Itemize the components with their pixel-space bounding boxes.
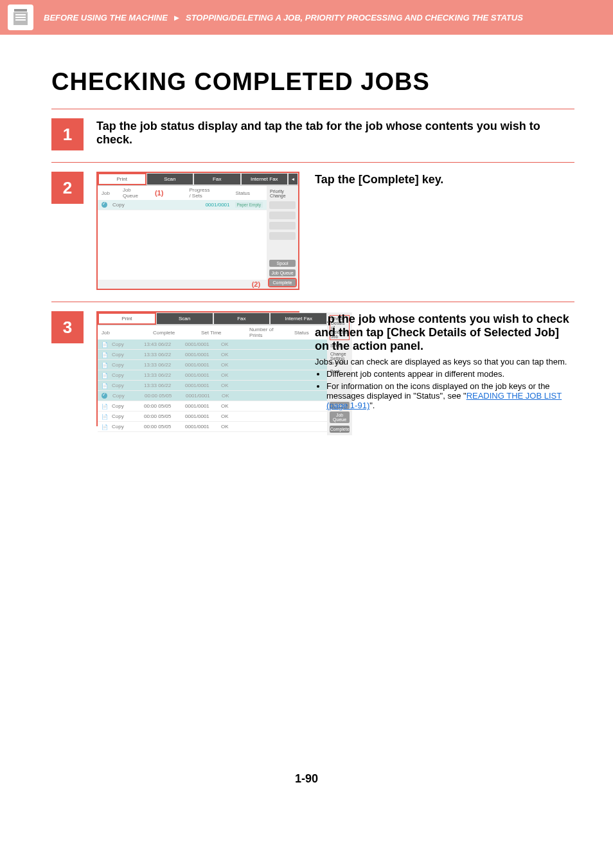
- job-time: 13:33 06/22: [144, 372, 180, 378]
- job-num: 0001/0001: [185, 372, 216, 378]
- step-1-title: Tap the job status display and tap the t…: [96, 120, 574, 147]
- job-num: 0001/0001: [185, 424, 216, 429]
- step-2-title: Tap the [Complete] key.: [315, 173, 443, 186]
- job-time: 13:33 06/22: [144, 362, 180, 368]
- action-panel: Priority Change Spool Job Queue Complete: [267, 186, 298, 289]
- bullet-2: For information on the icons displayed o…: [326, 381, 574, 410]
- svg-rect-3: [15, 17, 26, 18]
- job-status: OK: [221, 383, 229, 388]
- job-row[interactable]: 📄Copy00:00 05/050001/0001OK: [98, 422, 327, 432]
- annotation-2: (2): [252, 280, 260, 288]
- expand-icon[interactable]: ◂: [288, 173, 298, 185]
- doc-icon: 📄: [102, 383, 107, 388]
- job-num: 0001/0001: [185, 352, 216, 357]
- tab-fax[interactable]: Fax: [213, 312, 271, 325]
- job-num: 0001/0001: [185, 403, 216, 409]
- job-status: OK: [221, 352, 229, 357]
- job-status: OK: [221, 341, 229, 347]
- job-row[interactable]: 📄Copy13:33 06/220001/0001OK: [98, 370, 327, 381]
- spool-button[interactable]: Spool: [269, 260, 296, 267]
- job-name: Copy: [112, 372, 139, 378]
- job-status: OK: [221, 403, 229, 409]
- job-time: 13:33 06/22: [144, 383, 180, 388]
- job-name: Copy: [112, 403, 139, 409]
- step-number: 2: [51, 172, 84, 204]
- job-time: 00:00 05/05: [144, 413, 180, 419]
- tab-fax[interactable]: Fax: [193, 173, 241, 185]
- ghost-button: [269, 212, 296, 219]
- tab-internet-fax[interactable]: Internet Fax: [241, 173, 289, 185]
- job-num: 0001/0001: [185, 383, 216, 388]
- job-row[interactable]: 📄Copy13:43 06/220001/0001OK: [98, 339, 327, 350]
- doc-icon: 📄: [102, 342, 107, 347]
- job-row[interactable]: Copy00:00 05/050001/0001OK: [98, 391, 327, 401]
- job-num: 0001/0001: [186, 393, 217, 399]
- step-3-desc: Jobs you can check are displayed as keys…: [315, 357, 574, 366]
- breadcrumb-part1: BEFORE USING THE MACHINE: [44, 13, 168, 23]
- step-1: 1 Tap the job status display and tap the…: [51, 109, 574, 163]
- tab-internet-fax[interactable]: Internet Fax: [270, 312, 327, 325]
- job-status: OK: [221, 424, 229, 429]
- priority-change[interactable]: Priority Change: [269, 188, 296, 199]
- job-queue-button[interactable]: Job Queue: [330, 411, 350, 423]
- svg-rect-2: [15, 14, 26, 15]
- job-time: 00:00 05/05: [144, 424, 180, 429]
- job-status: OK: [221, 413, 229, 419]
- svg-rect-4: [15, 19, 26, 21]
- tab-scan[interactable]: Scan: [156, 312, 213, 325]
- job-row[interactable]: 📄Copy00:00 05/050001/0001OK: [98, 401, 327, 411]
- complete-button[interactable]: Complete: [330, 426, 350, 433]
- job-time: 13:33 06/22: [144, 352, 180, 357]
- job-name: Copy: [112, 202, 125, 208]
- job-num: 0001/0001: [185, 362, 216, 368]
- step-2: 2 Print Scan Fax Internet Fax ◂ Job Job …: [51, 163, 574, 302]
- job-row[interactable]: 📄Copy13:33 06/220001/0001OK: [98, 360, 327, 370]
- job-num: 0001/0001: [185, 341, 216, 347]
- ghost-button: [269, 222, 296, 230]
- step-number: 1: [51, 118, 84, 150]
- ghost-button: [269, 232, 296, 240]
- job-name: Copy: [112, 383, 139, 388]
- status-badge: Paper Empty: [235, 202, 263, 208]
- job-row[interactable]: 📄Copy00:00 05/050001/0001OK: [98, 411, 327, 422]
- job-num: 0001/0001: [185, 413, 216, 419]
- job-row[interactable]: Copy 0001/0001 Paper Empty: [98, 200, 267, 210]
- breadcrumb-part2: STOPPING/DELETING A JOB, PRIORITY PROCES…: [186, 13, 523, 23]
- doc-icon: 📄: [102, 404, 107, 409]
- topbar: BEFORE USING THE MACHINE ► STOPPING/DELE…: [0, 0, 613, 35]
- ghost-button: [269, 201, 296, 209]
- job-status: OK: [221, 372, 229, 378]
- job-progress: 0001/0001: [206, 202, 230, 208]
- check-icon: [102, 202, 107, 208]
- job-status: OK: [222, 393, 229, 399]
- breadcrumb-arrow-icon: ►: [172, 13, 181, 23]
- job-queue-button[interactable]: Job Queue: [269, 269, 296, 276]
- complete-button[interactable]: Complete: [269, 279, 296, 286]
- step-number: 3: [51, 311, 84, 343]
- job-status: OK: [221, 362, 229, 368]
- svg-rect-0: [14, 9, 27, 12]
- step-3: 3 Print Scan Fax Internet Fax Job Comp: [51, 302, 574, 438]
- tab-scan[interactable]: Scan: [147, 173, 194, 185]
- tab-print[interactable]: Print: [98, 312, 156, 325]
- page-number: 1-90: [0, 772, 613, 805]
- job-row[interactable]: 📄Copy13:33 06/220001/0001OK: [98, 381, 327, 391]
- job-name: Copy: [112, 393, 139, 399]
- doc-icon: 📄: [102, 363, 107, 368]
- annotation-1: (1): [155, 189, 163, 197]
- job-name: Copy: [112, 362, 139, 368]
- job-row[interactable]: 📄Copy13:33 06/220001/0001OK: [98, 350, 327, 360]
- job-time: 00:00 05/05: [144, 403, 180, 409]
- job-name: Copy: [112, 341, 139, 347]
- bullet-1: Different job contents appear in differe…: [326, 369, 574, 379]
- doc-icon: 📄: [102, 373, 107, 378]
- page-title: CHECKING COMPLETED JOBS: [51, 68, 574, 96]
- column-headers: Job Job Queue (1) Progress / Sets Status: [98, 186, 267, 200]
- tab-print[interactable]: Print: [98, 173, 147, 185]
- job-name: Copy: [112, 413, 139, 419]
- job-time: 00:00 05/05: [145, 393, 181, 399]
- doc-icon: 📄: [102, 414, 107, 419]
- machine-icon: [8, 5, 33, 30]
- breadcrumb: BEFORE USING THE MACHINE ► STOPPING/DELE…: [44, 13, 523, 23]
- job-time: 13:43 06/22: [144, 341, 180, 347]
